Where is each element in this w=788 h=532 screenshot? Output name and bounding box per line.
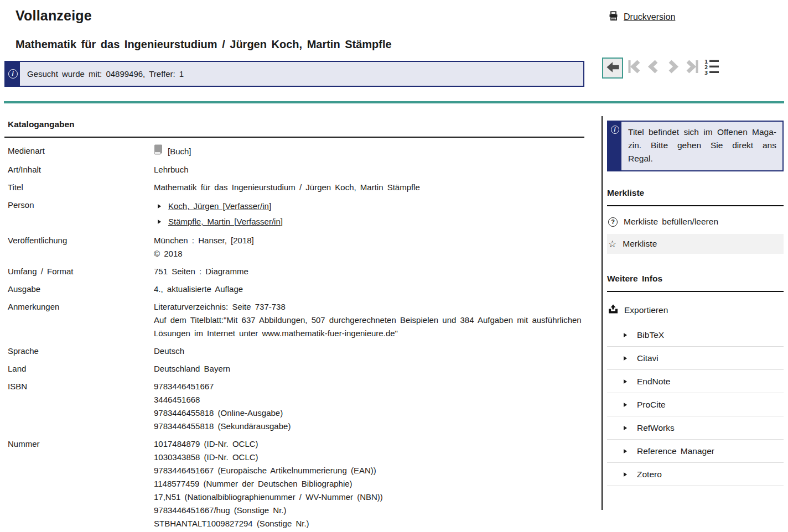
field-value: Deutsch — [154, 345, 584, 358]
field-value: Lehrbuch — [154, 163, 584, 176]
chevron-right-icon — [158, 220, 161, 224]
export-option-label[interactable]: BibTeX — [637, 330, 664, 340]
field-value: Literaturverzeichnis: Seite 737-738 — [154, 300, 584, 314]
chevron-right-icon — [624, 472, 627, 477]
table-row-anmerkungen: Anmerkungen Literaturverzeichnis: Seite … — [8, 300, 584, 340]
svg-text:2: 2 — [704, 65, 708, 70]
table-row-ausgabe: Ausgabe 4., aktualisierte Auflage — [8, 283, 584, 296]
last-record-button[interactable] — [684, 60, 701, 76]
merkliste-label[interactable]: Merkliste — [623, 239, 657, 249]
catalog-section-title: Katalogangaben — [4, 114, 584, 138]
table-row-land: Land Deutschland Bayern — [8, 362, 584, 375]
field-value: Auf dem Titelblatt:"Mit 637 Abbildungen,… — [154, 314, 584, 340]
vollanzeige-page: Vollanzeige Mathematik für das Ingenieur… — [0, 0, 788, 532]
table-row-umfang: Umfang / Format 751 Seiten : Diagramme — [8, 265, 584, 278]
result-list-icon: 1 2 3 — [703, 59, 720, 77]
export-option-reference-manager[interactable]: Reference Manager — [607, 440, 784, 463]
table-row-person: Person Koch, Jürgen [Verfasser/in] Stämp… — [8, 199, 584, 230]
field-value: 9783446455818 (Online-Ausgabe) — [154, 406, 584, 420]
export-option-endnote[interactable]: EndNote — [607, 370, 784, 393]
export-option-procite[interactable]: ProCite — [607, 393, 784, 416]
field-value: 1017484879 (ID-Nr. OCLC) — [154, 437, 584, 451]
field-label: Veröffentlichung — [8, 234, 154, 260]
divider-rule — [4, 101, 784, 103]
location-notice: i Titel befindet sich im Offenen Magazin… — [607, 121, 784, 171]
printer-icon — [609, 11, 619, 23]
export-options-list: BibTeX Citavi EndNote ProCite RefWorks R… — [607, 324, 784, 486]
table-row-medienart: Medienart [Buch] — [8, 144, 584, 159]
field-label: Land — [8, 362, 154, 375]
field-value: 3446451668 — [154, 393, 584, 406]
merkliste-section-title: Merkliste — [607, 188, 784, 206]
exportieren-label[interactable]: Exportieren — [624, 305, 668, 315]
chevron-right-icon — [624, 333, 627, 337]
table-row-veroeffentlichung: Veröffentlichung München : Hanser, [2018… — [8, 234, 584, 260]
export-option-label[interactable]: Reference Manager — [637, 446, 714, 456]
export-option-label[interactable]: Citavi — [637, 353, 659, 363]
book-icon — [154, 144, 163, 159]
record-navigation-toolbar: 1 2 3 — [602, 58, 720, 79]
svg-text:1: 1 — [704, 59, 708, 65]
export-option-bibtex[interactable]: BibTeX — [607, 324, 784, 347]
person-link[interactable]: Koch, Jürgen [Verfasser/in] — [168, 200, 271, 213]
next-record-button[interactable] — [665, 60, 681, 76]
search-result-notice: i Gesucht wurde mit: 04899496, Treffer: … — [4, 61, 584, 87]
merkliste-item[interactable]: ☆ Merkliste — [607, 234, 784, 254]
field-value: 17,N51 (Nationalbibliographienummer / WV… — [154, 491, 584, 504]
field-value: 4., aktualisierte Auflage — [154, 283, 584, 296]
field-label: Titel — [8, 181, 154, 194]
field-value: 9783446451667/hug (Sonstige Nr.) — [154, 504, 584, 517]
field-label: Nummer — [8, 437, 154, 532]
person-link[interactable]: Stämpfle, Martin [Verfasser/in] — [168, 215, 283, 228]
chevron-right-icon — [624, 426, 627, 430]
field-label: Person — [8, 199, 154, 230]
export-option-label[interactable]: EndNote — [637, 377, 670, 387]
table-row-art-inhalt: Art/Inhalt Lehrbuch — [8, 163, 584, 176]
field-value: Deutschland Bayern — [154, 362, 584, 375]
field-value: STBHANTALT1009827294 (Sonstige Nr.) — [154, 517, 584, 530]
export-option-label[interactable]: RefWorks — [637, 423, 675, 433]
exportieren-item[interactable]: Exportieren — [607, 299, 784, 320]
export-icon — [608, 304, 618, 316]
print-version-label[interactable]: Druckversion — [624, 12, 675, 22]
merkliste-fill-empty-item[interactable]: ? Merkliste befüllen/leeren — [607, 212, 784, 232]
previous-icon — [645, 59, 662, 77]
previous-record-button[interactable] — [645, 60, 662, 76]
merkliste-fill-empty-label[interactable]: Merkliste befüllen/leeren — [624, 217, 718, 227]
star-icon: ☆ — [608, 239, 616, 249]
svg-text:3: 3 — [704, 70, 708, 75]
field-value: 9783446451667 (Europäische Artikelnummer… — [154, 464, 584, 477]
table-row-isbn: ISBN 9783446451667 3446451668 9783446455… — [8, 380, 584, 433]
first-record-button[interactable] — [626, 60, 642, 76]
export-option-refworks[interactable]: RefWorks — [607, 416, 784, 440]
field-label: Anmerkungen — [8, 300, 154, 340]
export-option-label[interactable]: Zotero — [637, 470, 662, 479]
export-option-citavi[interactable]: Citavi — [607, 347, 784, 370]
result-list-button[interactable]: 1 2 3 — [703, 60, 720, 76]
field-value: [Buch] — [168, 145, 191, 158]
field-value: 1148577459 (Nummer der Deutschen Bibliog… — [154, 477, 584, 491]
catalog-details: Katalogangaben Medienart [Buch] — [4, 114, 584, 532]
weitere-infos-section-title: Weitere Infos — [607, 274, 784, 292]
info-icon: i — [6, 62, 20, 86]
table-row-titel: Titel Mathematik für das Ingenieurstudiu… — [8, 181, 584, 194]
export-option-zotero[interactable]: Zotero — [607, 463, 784, 486]
table-row-sprache: Sprache Deutsch — [8, 345, 584, 358]
page-title: Vollanzeige — [15, 8, 92, 24]
chevron-right-icon — [624, 403, 627, 407]
print-version-link[interactable]: Druckversion — [609, 11, 675, 23]
field-label: Umfang / Format — [8, 265, 154, 278]
next-icon — [665, 59, 681, 77]
field-label: Art/Inhalt — [8, 163, 154, 176]
field-value: 9783446455818 (Sekundärausgabe) — [154, 420, 584, 433]
field-value: 1030343858 (ID-Nr. OCLC) — [154, 451, 584, 464]
chevron-right-icon — [624, 449, 627, 453]
back-button[interactable] — [602, 58, 623, 79]
first-page-icon — [626, 59, 642, 77]
chevron-right-icon — [158, 204, 161, 208]
sidebar: i Titel befindet sich im Offenen Magazin… — [602, 116, 784, 510]
catalog-rows: Medienart [Buch] Art/Inhalt — [4, 138, 584, 532]
export-option-label[interactable]: ProCite — [637, 400, 666, 410]
field-value: 751 Seiten : Diagramme — [154, 265, 584, 278]
field-label: ISBN — [8, 380, 154, 433]
